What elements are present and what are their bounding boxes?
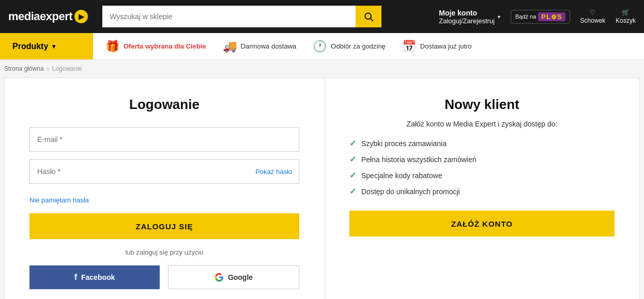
breadcrumb: Strona główna › Logowanie [0,60,644,77]
password-field-group: Pokaż hasło [29,159,299,184]
social-buttons: f Facebook Google [29,265,299,289]
wishlist-button[interactable]: ♡ Schowek [580,9,606,24]
email-field[interactable] [29,127,299,152]
account-chevron-icon: ▾ [498,14,500,20]
account-button[interactable]: Moje konto Zaloguj/Zarejestruj ▾ [439,9,500,25]
search-icon [363,11,374,22]
feature-offer: 🎁 Oferta wybrana dla Ciebie [105,40,206,53]
facebook-login-button[interactable]: f Facebook [29,265,160,289]
top-navigation: mediaexpert ▶ Moje konto Zaloguj/Zarejes… [0,0,644,33]
google-login-button[interactable]: Google [168,265,299,289]
list-item: ✓ Dostęp do unikalnych promocji [349,186,615,196]
checkmark-icon: ✓ [349,138,356,148]
email-field-group [29,127,299,152]
calendar-icon: 📅 [402,40,416,53]
new-client-description: Załóż konto w Media Expert i zyskaj dost… [349,120,615,128]
cart-icon: 🛒 [622,9,630,16]
feature-pickup: 🕐 Odbiór za godzinę [313,40,386,53]
products-chevron-icon: ▾ [52,43,55,50]
heart-icon: ♡ [590,9,595,16]
feature-delivery: 🚚 Darmowa dostawa [223,40,297,53]
new-client-title: Nowy klient [349,97,615,113]
brand-icon: ▶ [74,10,88,23]
breadcrumb-separator: › [47,65,49,72]
svg-line-1 [371,19,373,21]
forgot-password-link[interactable]: Nie pamiętam hasła [29,196,89,204]
nav-actions: Moje konto Zaloguj/Zarejestruj ▾ Bądź na… [439,9,636,25]
facebook-icon: f [74,273,77,282]
brand-name: mediaexpert [8,10,72,23]
checkmark-icon: ✓ [349,170,356,180]
list-item: ✓ Pełna historia wszystkich zamówień [349,154,615,164]
secondary-navigation: Produkty ▾ 🎁 Oferta wybrana dla Ciebie 🚚… [0,33,644,60]
new-client-panel: Nowy klient Załóż konto w Media Expert i… [325,77,640,299]
clock-icon: 🕐 [313,40,327,53]
products-menu-button[interactable]: Produkty ▾ [0,33,93,59]
main-content: Logowanie Pokaż hasło Nie pamiętam hasła… [0,77,644,299]
benefits-list: ✓ Szybki proces zamawiania ✓ Pełna histo… [349,138,615,196]
gift-icon: 🎁 [105,40,119,53]
svg-point-0 [365,13,371,19]
search-button[interactable] [356,6,381,27]
plus-logo: PL⊕S [538,12,565,21]
google-icon [214,273,224,282]
cart-button[interactable]: 🛒 Koszyk [616,9,636,24]
login-button[interactable]: ZALOGUJ SIĘ [29,213,299,239]
checkmark-icon: ✓ [349,186,356,196]
breadcrumb-current: Logowanie [52,65,82,72]
list-item: ✓ Szybki proces zamawiania [349,138,615,148]
breadcrumb-home[interactable]: Strona główna [4,65,44,72]
truck-icon: 🚚 [223,40,237,53]
checkmark-icon: ✓ [349,154,356,164]
social-divider: lub zaloguj się przy użyciu [29,248,299,256]
register-button[interactable]: ZAŁÓŻ KONTO [349,211,615,237]
nav-features: 🎁 Oferta wybrana dla Ciebie 🚚 Darmowa do… [93,40,644,53]
show-password-button[interactable]: Pokaż hasło [255,168,292,176]
logo[interactable]: mediaexpert ▶ [8,10,88,23]
login-panel: Logowanie Pokaż hasło Nie pamiętam hasła… [4,77,325,299]
login-title: Logowanie [29,97,299,113]
feature-tomorrow: 📅 Dostawa już jutro [402,40,472,53]
search-input[interactable] [102,6,356,27]
plus-badge-button[interactable]: Bądź na PL⊕S [511,10,570,24]
list-item: ✓ Specjalne kody rabatowe [349,170,615,180]
search-bar [102,6,381,27]
